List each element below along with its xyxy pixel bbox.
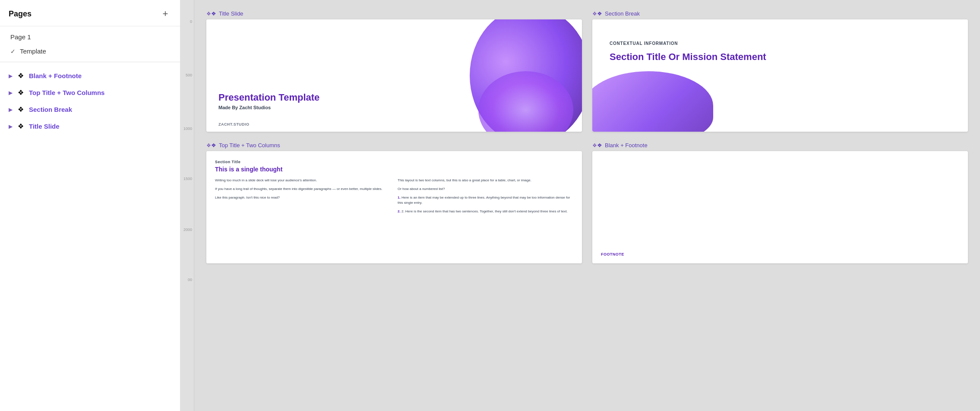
ruler-mark-0: 0 bbox=[182, 20, 194, 24]
two-col-right: This layout is two text columns, but thi… bbox=[398, 178, 573, 218]
drag-icon-two-columns: ❖ bbox=[18, 89, 24, 97]
section-break-section: ❖ Section Break CONTEXTUAL INFORMATION S… bbox=[592, 10, 968, 132]
expand-icon-section-break: ▶ bbox=[9, 107, 13, 113]
title-slide-inner: Presentation Template Made By Zacht Stud… bbox=[206, 19, 582, 132]
layout-label-two-columns: Top Title + Two Columns bbox=[29, 89, 104, 96]
ruler-left: 0 500 1000 1500 2000 00 bbox=[180, 0, 194, 411]
sidebar-title: Pages bbox=[9, 9, 32, 19]
layout-item-blank-footnote[interactable]: ▶ ❖ Blank + Footnote bbox=[0, 67, 180, 84]
layout-item-section-break[interactable]: ▶ ❖ Section Break bbox=[0, 101, 180, 118]
blank-fn-label: ❖ Blank + Footnote bbox=[592, 142, 968, 149]
layouts-list: ▶ ❖ Blank + Footnote ▶ ❖ Top Title + Two… bbox=[0, 62, 180, 411]
title-slide-card[interactable]: Presentation Template Made By Zacht Stud… bbox=[206, 19, 582, 132]
right-para-4-bold: 2. bbox=[398, 209, 401, 213]
two-col-left: Writing too much in a slide deck will lo… bbox=[215, 178, 391, 218]
left-para-3: Like this paragraph. Isn't this nice to … bbox=[215, 195, 391, 200]
title-slide-title: Presentation Template bbox=[218, 92, 319, 103]
two-col-columns: Writing too much in a slide deck will lo… bbox=[215, 178, 573, 218]
page-item-template[interactable]: ✓ Template bbox=[0, 44, 180, 58]
ruler-mark-1000: 1000 bbox=[182, 127, 194, 131]
right-para-4: 2. 2. Here is the second item that has t… bbox=[398, 209, 573, 214]
check-icon: ✓ bbox=[10, 48, 16, 55]
pages-list: Page 1 ✓ Template bbox=[0, 26, 180, 62]
canvas-area: 0 500 1000 1500 2000 00 ❖ Title Slide Pr… bbox=[180, 0, 980, 411]
section-break-card[interactable]: CONTEXTUAL INFORMATION Section Title Or … bbox=[592, 19, 968, 132]
ruler-mark-500: 500 bbox=[182, 73, 194, 77]
right-para-3-bold: 1. bbox=[398, 196, 401, 199]
blank-fn-card[interactable]: FOOTNOTE bbox=[592, 151, 968, 263]
blank-fn-section: ❖ Blank + Footnote FOOTNOTE bbox=[592, 142, 968, 263]
two-col-heading: This is a single thought bbox=[215, 166, 573, 173]
layout-label-section-break: Section Break bbox=[29, 106, 72, 113]
sidebar: Pages + Page 1 ✓ Template ▶ ❖ Blank + Fo… bbox=[0, 0, 180, 411]
expand-icon-blank-footnote: ▶ bbox=[9, 73, 13, 79]
blank-fn-footer: FOOTNOTE bbox=[601, 252, 624, 256]
two-col-inner: Section Title This is a single thought W… bbox=[206, 151, 582, 263]
blank-fn-dots-icon: ❖ bbox=[592, 142, 602, 149]
sidebar-header: Pages + bbox=[0, 0, 180, 26]
section-break-content: CONTEXTUAL INFORMATION Section Title Or … bbox=[610, 41, 951, 63]
section-break-title: Section Title Or Mission Statement bbox=[610, 51, 951, 63]
blank-fn-inner: FOOTNOTE bbox=[592, 151, 968, 263]
two-col-label: ❖ Top Title + Two Columns bbox=[206, 142, 582, 149]
title-slide-subtitle: Made By Zacht Studios bbox=[218, 105, 319, 110]
drag-icon-title-slide: ❖ bbox=[18, 122, 24, 130]
section-break-context-label: CONTEXTUAL INFORMATION bbox=[610, 41, 951, 46]
two-col-section-label: Section Title bbox=[215, 160, 573, 164]
template-label: Template bbox=[20, 47, 46, 55]
layout-label-blank-footnote: Blank + Footnote bbox=[29, 72, 82, 79]
drag-icon-blank-footnote: ❖ bbox=[18, 72, 24, 80]
left-para-1: Writing too much in a slide deck will lo… bbox=[215, 178, 391, 183]
title-slide-footer: ZACHT.STUDIO bbox=[218, 122, 249, 126]
title-slide-section: ❖ Title Slide Presentation Template Made… bbox=[206, 10, 582, 132]
add-page-button[interactable]: + bbox=[159, 8, 171, 20]
two-col-dots-icon: ❖ bbox=[206, 142, 216, 149]
drag-icon-section-break: ❖ bbox=[18, 105, 24, 114]
section-break-dots-icon: ❖ bbox=[592, 10, 602, 17]
ruler-mark-1500: 1500 bbox=[182, 177, 194, 181]
layout-label-title-slide: Title Slide bbox=[29, 123, 60, 130]
right-para-2: Or how about a numbered list? bbox=[398, 187, 573, 192]
layout-item-title-slide[interactable]: ▶ ❖ Title Slide bbox=[0, 118, 180, 135]
title-slide-dots-icon: ❖ bbox=[206, 10, 216, 17]
right-para-3: 1. Here is an item that may be extended … bbox=[398, 195, 573, 206]
section-break-label: ❖ Section Break bbox=[592, 10, 968, 17]
slides-canvas: ❖ Title Slide Presentation Template Made… bbox=[194, 0, 980, 411]
title-slide-content: Presentation Template Made By Zacht Stud… bbox=[218, 92, 319, 110]
layout-item-top-title-two-columns[interactable]: ▶ ❖ Top Title + Two Columns bbox=[0, 84, 180, 101]
page-item-page1[interactable]: Page 1 bbox=[0, 30, 180, 44]
two-col-section: ❖ Top Title + Two Columns Section Title … bbox=[206, 142, 582, 263]
expand-icon-two-columns: ▶ bbox=[9, 90, 13, 96]
page1-label: Page 1 bbox=[10, 33, 31, 41]
section-break-blob bbox=[592, 71, 713, 132]
right-para-1: This layout is two text columns, but thi… bbox=[398, 178, 573, 183]
expand-icon-title-slide: ▶ bbox=[9, 123, 13, 130]
section-break-inner: CONTEXTUAL INFORMATION Section Title Or … bbox=[592, 19, 968, 132]
title-slide-label: ❖ Title Slide bbox=[206, 10, 582, 17]
ruler-mark-2000: 2000 bbox=[182, 228, 194, 232]
two-col-card[interactable]: Section Title This is a single thought W… bbox=[206, 151, 582, 263]
ruler-mark-00: 00 bbox=[182, 278, 194, 282]
left-para-2: If you have a long trail of thoughts, se… bbox=[215, 187, 391, 192]
